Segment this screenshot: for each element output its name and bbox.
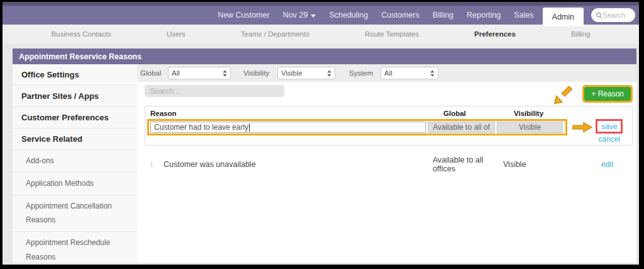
sidebar-item-service-related[interactable]: Service Related xyxy=(13,128,137,149)
add-reason-button[interactable]: + Reason xyxy=(584,87,631,101)
nav-date-label: Nov 29 xyxy=(283,11,308,20)
annotation-box-add-reason: + Reason xyxy=(582,85,633,103)
annotation-arrow-right-icon xyxy=(572,121,593,134)
row-reason-cell: Customer was unavailable xyxy=(164,160,430,169)
page-title-bar: Appointment Reservice Reasons xyxy=(13,49,636,64)
preferences-card: Appointment Reservice Reasons Office Set… xyxy=(13,49,636,263)
sidebar-item-office-settings[interactable]: Office Settings xyxy=(13,64,137,85)
nav-item-date[interactable]: Nov 29 xyxy=(283,11,316,20)
system-filter-select[interactable]: All xyxy=(380,67,438,79)
sidebar-item-partner-sites-apps[interactable]: Partner Sites / Apps xyxy=(13,85,137,106)
reasons-search-input[interactable] xyxy=(145,85,284,97)
updown-arrows-icon xyxy=(223,70,227,77)
nav-item-new-customer[interactable]: New Customer xyxy=(218,11,270,20)
updown-arrows-icon xyxy=(327,70,331,77)
admin-sub-nav: Business Contacts Users Teams / Departme… xyxy=(3,25,639,43)
search-icon xyxy=(596,12,602,19)
filter-bar: Global All Visibility Visible xyxy=(137,64,636,82)
global-filter-value: All xyxy=(172,69,180,77)
table-row: 1 Customer was unavailable Available to … xyxy=(145,156,633,173)
global-search-input[interactable] xyxy=(602,11,628,19)
cancel-link[interactable]: cancel xyxy=(598,135,620,144)
subnav-item-teams-departments[interactable]: Teams / Departments xyxy=(241,30,309,38)
sidebar-item-appointment-cancellation-reasons[interactable]: Appointment Cancellation Reasons xyxy=(13,195,137,232)
row-visibility-cell: Visible xyxy=(501,160,594,169)
global-filter-label: Global xyxy=(140,69,168,77)
system-filter-label: System xyxy=(349,69,380,77)
column-header-reason: Reason xyxy=(150,110,438,117)
app-window: New Customer Nov 29 Scheduling Customers… xyxy=(0,0,644,269)
nav-item-sales[interactable]: Sales xyxy=(514,11,533,20)
subnav-item-billing[interactable]: Billing xyxy=(571,30,591,38)
column-header-visibility: Visibility xyxy=(509,110,602,117)
annotation-box-edit-row: Customer had to leave early Available to… xyxy=(147,119,567,135)
settings-sidebar: Office Settings Partner Sites / Apps Cus… xyxy=(13,64,137,263)
chevron-down-icon xyxy=(311,14,316,18)
nav-item-reporting[interactable]: Reporting xyxy=(467,11,501,20)
visibility-filter-label: Visibility xyxy=(243,69,277,77)
sidebar-item-appointment-reschedule-reasons[interactable]: Appointment Reschedule Reasons xyxy=(13,231,137,263)
top-nav: New Customer Nov 29 Scheduling Customers… xyxy=(3,6,639,25)
global-select[interactable]: Available to all of xyxy=(428,122,495,133)
save-link[interactable]: save xyxy=(601,122,617,131)
reason-input-value: Customer had to leave early xyxy=(154,123,248,132)
edit-row: Customer had to leave early Available to… xyxy=(145,119,632,144)
sidebar-item-application-methods[interactable]: Application Methods xyxy=(13,172,137,195)
save-cancel-stack: save cancel xyxy=(596,119,623,144)
subnav-item-route-templates[interactable]: Route Templates xyxy=(365,30,419,38)
nav-item-billing[interactable]: Billing xyxy=(433,11,453,20)
column-header-global: Global xyxy=(438,110,509,117)
global-search-box[interactable] xyxy=(591,8,635,22)
visibility-filter-value: Visible xyxy=(281,69,303,77)
sidebar-item-add-ons[interactable]: Add-ons xyxy=(13,149,137,172)
annotation-box-save: save xyxy=(596,119,623,134)
system-filter-value: All xyxy=(384,69,392,77)
subnav-item-business-contacts[interactable]: Business Contacts xyxy=(51,30,111,38)
nav-item-customers[interactable]: Customers xyxy=(381,11,419,20)
edit-link[interactable]: edit xyxy=(601,160,613,169)
reasons-table-panel: Reason Global Visibility Customer had to… xyxy=(145,106,633,146)
subnav-item-preferences[interactable]: Preferences xyxy=(474,30,516,38)
table-header-row: Reason Global Visibility xyxy=(145,106,632,119)
row-global-cell: Available to all offices xyxy=(430,156,501,173)
page-title: Appointment Reservice Reasons xyxy=(19,52,142,61)
updown-arrows-icon xyxy=(430,70,435,77)
global-filter-select[interactable]: All xyxy=(168,67,231,79)
annotation-arrow-down-left-icon xyxy=(552,83,576,107)
row-order-number: 1 xyxy=(150,161,164,168)
visibility-filter-select[interactable]: Visible xyxy=(277,67,335,79)
nav-item-scheduling[interactable]: Scheduling xyxy=(329,11,368,20)
tab-admin[interactable]: Admin xyxy=(543,8,584,26)
subnav-item-users[interactable]: Users xyxy=(167,30,186,38)
reasons-content: + Reason Reason Global Visibility xyxy=(137,82,636,263)
visibility-select[interactable]: Visible xyxy=(497,122,563,133)
text-cursor xyxy=(249,123,250,132)
sidebar-item-customer-preferences[interactable]: Customer Preferences xyxy=(13,106,137,128)
reason-input[interactable]: Customer had to leave early xyxy=(150,122,426,133)
